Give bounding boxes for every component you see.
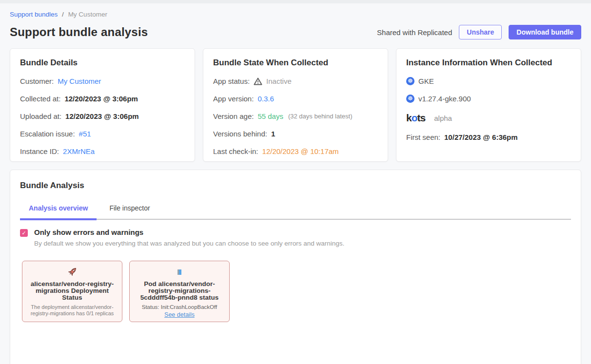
versions-behind-label: Versions behind: [213,130,267,138]
customer-label: Customer: [20,77,54,85]
last-checkin-label: Last check-in: [213,147,258,155]
result-title: Pod alicenstar/vendor-registry-migration… [134,281,225,302]
breadcrumb-support-bundles-link[interactable]: Support bundles [10,11,58,18]
bundle-state-card: Bundle State When Collected App status: … [203,48,388,162]
escalation-issue-link[interactable]: #51 [79,130,91,138]
kots-logo-o: o [412,112,417,123]
uploaded-at-label: Uploaded at: [20,112,61,120]
customer-link[interactable]: My Customer [58,77,101,85]
filter-description: By default we show you everything that w… [34,240,344,247]
result-message: The deployment alicenstar/vendor-registr… [26,304,118,317]
escalation-issue-label: Escalation issue: [20,130,75,138]
kots-channel-label: alpha [434,114,452,122]
versions-behind-value: 1 [271,130,275,138]
breadcrumb-current: My Customer [68,11,107,18]
tab-analysis-overview[interactable]: Analysis overview [20,204,97,219]
bundle-analysis-title: Bundle Analysis [20,181,571,191]
rocket-icon [66,266,78,278]
errors-warnings-filter: ✓ Only show errors and warnings By defau… [20,228,571,247]
kubernetes-icon: ☸ [406,77,414,85]
result-title: alicenstar/vendor-registry-migrations De… [26,281,118,302]
first-seen-value: 10/27/2023 @ 6:36pm [444,133,518,141]
breadcrumb-separator: / [62,11,64,18]
download-bundle-button[interactable]: Download bundle [509,25,581,39]
kots-logo: kots [406,112,425,124]
app-status-value: Inactive [266,77,292,85]
result-status: Status: Init:CrashLoopBackOff [134,304,225,310]
version-age-note: (32 days behind latest) [288,113,353,120]
kots-logo-k: k [406,112,412,123]
info-cards-row: Bundle Details Customer: My Customer Col… [10,48,581,162]
k8s-version-value: v1.27.4-gke.900 [418,95,471,103]
instance-info-card: Instance Information When Collected ☸ GK… [396,48,581,162]
support-bundle-analysis-page: Support bundles / My Customer Support bu… [0,3,591,364]
result-card-pod-status[interactable]: Pod alicenstar/vendor-registry-migration… [129,261,230,322]
unshare-button[interactable]: Unshare [459,25,502,39]
shared-status-text: Shared with Replicated [377,28,452,37]
tab-file-inspector[interactable]: File inspector [100,204,158,219]
analysis-results: alicenstar/vendor-registry-migrations De… [20,261,571,322]
bundle-details-title: Bundle Details [20,58,185,68]
header-actions: Shared with Replicated Unshare Download … [377,25,581,39]
bundle-analysis-panel: Bundle Analysis Analysis overview File i… [10,170,581,364]
result-card-deployment-status[interactable]: alicenstar/vendor-registry-migrations De… [22,261,122,322]
warning-icon [254,77,262,85]
page-title: Support bundle analysis [10,25,148,39]
version-age-label: Version age: [213,112,254,120]
bundle-state-title: Bundle State When Collected [213,58,378,68]
instance-id-label: Instance ID: [20,147,59,155]
collected-at-value: 12/20/2023 @ 3:06pm [64,95,138,103]
top-border [0,0,591,3]
kots-logo-ts: ts [417,112,426,123]
distribution-value: GKE [418,77,434,85]
instance-info-title: Instance Information When Collected [406,58,571,68]
instance-id-link[interactable]: 2XMrNEa [63,147,95,155]
uploaded-at-value: 12/20/2023 @ 3:06pm [65,112,139,120]
collected-at-label: Collected at: [20,95,60,103]
bundle-details-card: Bundle Details Customer: My Customer Col… [10,48,195,162]
breadcrumb: Support bundles / My Customer [10,11,581,18]
app-status-label: App status: [213,77,250,85]
page-header: Support bundle analysis Shared with Repl… [10,25,581,39]
first-seen-label: First seen: [406,133,440,141]
version-age-value: 55 days [257,112,283,120]
filter-label[interactable]: Only show errors and warnings [34,228,344,236]
kubernetes-icon: ☸ [406,95,414,103]
analysis-tabs: Analysis overview File inspector [20,204,571,220]
broken-image-icon [177,269,181,275]
last-checkin-value: 12/20/2023 @ 10:17am [262,147,339,155]
app-version-label: App version: [213,95,254,103]
see-details-link[interactable]: See details [164,311,195,318]
app-version-link[interactable]: 0.3.6 [257,95,274,103]
only-errors-checkbox[interactable]: ✓ [20,229,28,237]
